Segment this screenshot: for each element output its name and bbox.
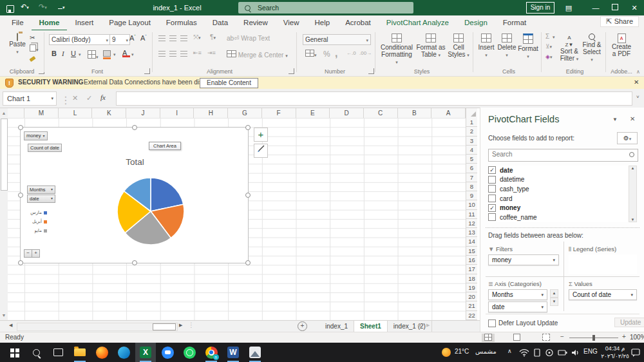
row-header-14[interactable]: 14 xyxy=(466,237,477,246)
warning-close-icon[interactable]: ✕ xyxy=(634,79,639,86)
column-header-J[interactable]: J xyxy=(126,108,160,118)
paragraph-button[interactable]: ¶▾ xyxy=(210,33,216,41)
merge-center-button[interactable]: Merge & Center ▾ xyxy=(227,50,288,59)
horizontal-scroll-thumb[interactable] xyxy=(153,323,176,330)
fields-list[interactable]: ▲ ▼ ✓datedatetimecash_typecard✓moneycoff… xyxy=(488,166,637,222)
insert-cells-button[interactable]: Insert▾ xyxy=(477,33,496,58)
tab-splitter[interactable]: ⋮ xyxy=(188,321,194,329)
format-as-table-button[interactable]: Format asTable ▾ xyxy=(416,33,446,58)
fields-list-scrollbar[interactable]: ▲ ▼ xyxy=(629,166,637,222)
find-select-button[interactable]: Find &Select ▾ xyxy=(581,33,603,62)
accounting-format-icon[interactable]: ▾ xyxy=(305,50,317,58)
format-cells-button[interactable]: Format▾ xyxy=(518,33,538,59)
font-color-dropdown-icon[interactable]: ▾ xyxy=(131,52,134,57)
cancel-entry-icon[interactable]: ✕ xyxy=(72,94,78,102)
column-header-stub[interactable] xyxy=(8,108,24,118)
row-header-20[interactable]: 20 xyxy=(466,292,477,301)
row-header-11[interactable]: 11 xyxy=(466,210,477,219)
share-button[interactable]: ⇱ Share xyxy=(600,16,639,27)
tab-nav-right-icon[interactable]: ▶ xyxy=(426,323,430,328)
pill-dropdown-icon[interactable]: ▾ xyxy=(553,255,555,265)
sort-filter-button[interactable]: AZ▼ Sort &Filter ▾ xyxy=(559,33,580,62)
column-header-A[interactable]: A xyxy=(431,108,466,118)
axis-pill-date[interactable]: date▾ xyxy=(488,301,547,312)
column-header-K[interactable]: K xyxy=(92,108,126,118)
close-button[interactable]: ✕ xyxy=(625,0,644,15)
quick-access-customize-icon[interactable]: ▾ xyxy=(58,3,65,10)
hscroll-left-icon[interactable]: ◀ xyxy=(9,323,12,328)
orientation-button[interactable]: ⤧▾ xyxy=(193,33,201,41)
axis-area[interactable]: Months▾date▾ xyxy=(488,289,547,314)
row-header-3[interactable]: 3 xyxy=(466,137,477,146)
tab-nav-left-icon[interactable]: ◀ xyxy=(417,323,421,328)
legend-item-2[interactable]: مايو xyxy=(28,228,47,233)
taskbar-file-explorer[interactable] xyxy=(70,343,90,362)
chart-filter-field-button[interactable]: money▾ xyxy=(24,131,48,140)
axis-scroll-up-icon[interactable]: ▲ xyxy=(550,289,558,298)
chart-handle[interactable] xyxy=(245,193,251,198)
values-pill-count-of-date[interactable]: Count of date▾ xyxy=(569,289,637,300)
ribbon-tab-data[interactable]: Data xyxy=(205,15,236,30)
vertical-scroll-thumb[interactable] xyxy=(1,119,8,191)
row-header-8[interactable]: 8 xyxy=(466,182,477,191)
field-row-card[interactable]: card xyxy=(488,194,637,204)
search-box[interactable]: Search xyxy=(238,2,413,14)
scroll-up-icon[interactable]: ▲ xyxy=(0,111,8,115)
copy-button[interactable]: ▾ xyxy=(30,44,39,53)
borders-button[interactable]: ▾ xyxy=(88,50,99,60)
row-header-15[interactable]: 15 xyxy=(466,247,477,256)
page-break-view-icon[interactable] xyxy=(540,334,553,342)
comma-style-button[interactable]: , xyxy=(335,48,337,59)
clear-button[interactable]: ◈▾ xyxy=(545,53,552,60)
chart-expand-button[interactable]: + xyxy=(32,249,40,258)
underline-button[interactable]: U xyxy=(71,50,76,57)
shrink-font-button[interactable]: Aˇ xyxy=(140,34,147,42)
column-header-M[interactable]: M xyxy=(24,108,59,118)
enable-content-button[interactable]: Enable Content xyxy=(200,78,258,88)
scroll-down-icon[interactable]: ▼ xyxy=(0,313,8,318)
field-checkbox-cash_type[interactable] xyxy=(488,185,496,193)
legend-series-area[interactable] xyxy=(569,254,637,274)
pivot-chart-object[interactable]: money▾ Count of date Chart Area Total Mo… xyxy=(20,127,249,263)
normal-view-icon[interactable] xyxy=(482,334,495,342)
zoom-slider-thumb[interactable] xyxy=(592,335,595,341)
safely-remove-icon[interactable] xyxy=(545,348,554,357)
battery-icon[interactable] xyxy=(558,349,567,356)
column-header-B[interactable]: B xyxy=(398,108,432,118)
format-painter-button[interactable] xyxy=(30,55,35,62)
field-row-money[interactable]: ✓money xyxy=(488,203,637,213)
legend-item-0[interactable]: مارس xyxy=(28,210,47,215)
field-checkbox-date[interactable]: ✓ xyxy=(488,166,496,174)
page-layout-view-icon[interactable] xyxy=(510,334,523,342)
zoom-out-icon[interactable]: − xyxy=(560,333,564,340)
row-header-18[interactable]: 18 xyxy=(466,274,477,283)
chart-handle[interactable] xyxy=(18,125,23,130)
weather-condition[interactable]: مشمس xyxy=(475,348,497,355)
save-icon[interactable] xyxy=(6,4,14,15)
chart-handle[interactable] xyxy=(132,260,137,265)
zoom-slider[interactable] xyxy=(569,338,618,338)
increase-indent-icon[interactable]: ⇥≡ xyxy=(207,50,216,56)
ribbon-tab-formulas[interactable]: Formulas xyxy=(158,15,205,30)
weather-temp[interactable]: 21°C xyxy=(455,348,469,355)
name-box[interactable]: Chart 1 ▾ xyxy=(3,91,57,106)
wrap-text-button[interactable]: ab⏎ Wrap Text xyxy=(227,35,270,42)
align-left-icon[interactable] xyxy=(158,51,166,57)
field-row-coffee_name[interactable]: coffee_name xyxy=(488,213,637,222)
row-headers[interactable]: 12345678910111213141516171819202122 xyxy=(466,118,477,320)
font-size-combo[interactable]: 9▾ xyxy=(109,34,130,45)
pie-chart[interactable] xyxy=(112,173,189,250)
defer-layout-checkbox[interactable] xyxy=(488,319,496,327)
field-checkbox-card[interactable] xyxy=(488,195,496,202)
taskbar-chrome[interactable]: n xyxy=(201,343,222,362)
horizontal-scrollbar[interactable] xyxy=(17,323,178,331)
collapse-ribbon-icon[interactable]: ∧ xyxy=(636,69,640,75)
font-color-button[interactable]: A xyxy=(122,49,130,57)
ribbon-tab-design[interactable]: Design xyxy=(457,15,495,30)
row-header-19[interactable]: 19 xyxy=(466,283,477,292)
row-header-21[interactable]: 21 xyxy=(466,301,477,310)
decrease-decimal-icon[interactable]: .00→ xyxy=(359,50,372,56)
column-header-D[interactable]: D xyxy=(330,108,364,118)
pill-dropdown-icon[interactable]: ▾ xyxy=(630,290,633,300)
formula-input[interactable] xyxy=(116,91,632,106)
